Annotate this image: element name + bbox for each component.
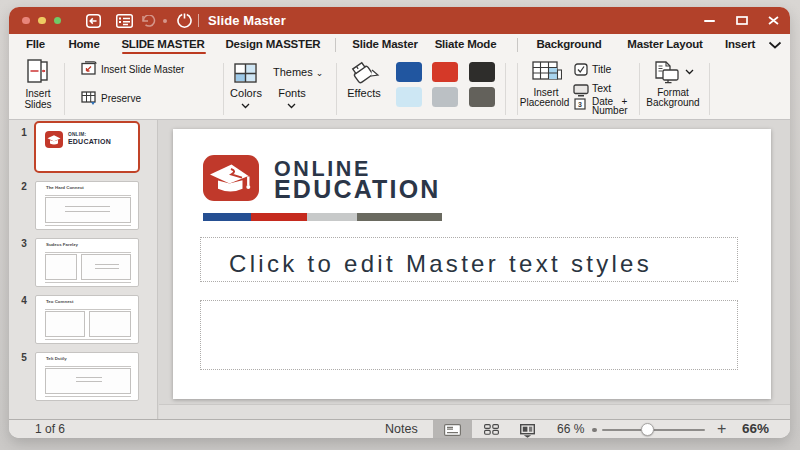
svg-text:3: 3 <box>578 101 582 108</box>
